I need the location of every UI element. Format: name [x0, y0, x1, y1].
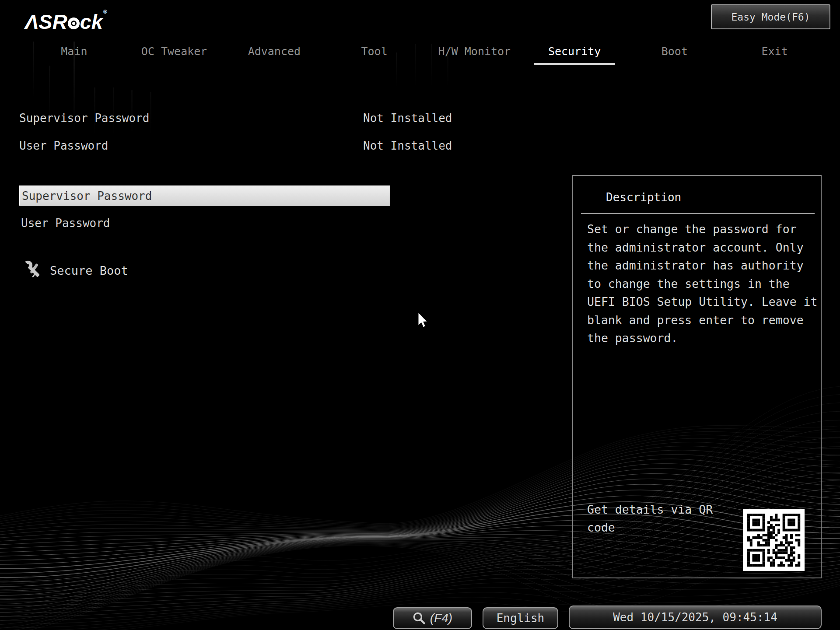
menu-item-secure-boot[interactable]: Secure Boot [24, 260, 128, 281]
menu-item-supervisor-password[interactable]: Supervisor Password [19, 186, 390, 206]
language-button[interactable]: English [483, 607, 558, 629]
tab-boot[interactable]: Boot [625, 43, 725, 62]
bios-screen: ΛSRck® Easy Mode(F6) Main OC Tweaker Adv… [0, 0, 840, 630]
search-button[interactable]: (F4) [393, 607, 472, 629]
tab-main[interactable]: Main [24, 43, 124, 62]
qr-caption: Get details via QR code [587, 500, 732, 536]
description-title: Description [606, 191, 681, 204]
tab-advanced[interactable]: Advanced [224, 43, 325, 62]
tab-hw-monitor[interactable]: H/W Monitor [424, 43, 525, 62]
easy-mode-button[interactable]: Easy Mode(F6) [711, 4, 830, 29]
tab-exit[interactable]: Exit [724, 43, 825, 62]
user-password-value: Not Installed [363, 139, 452, 152]
tab-oc-tweaker[interactable]: OC Tweaker [124, 43, 224, 62]
search-icon [413, 612, 426, 625]
description-divider [581, 213, 815, 214]
tab-security[interactable]: Security [525, 43, 625, 62]
user-password-status-row: User Password Not Installed [0, 139, 569, 154]
user-password-label: User Password [19, 139, 108, 152]
search-hotkey-label: (F4) [430, 611, 452, 625]
supervisor-password-value: Not Installed [363, 112, 452, 125]
supervisor-password-label: Supervisor Password [19, 112, 149, 125]
tools-icon [24, 260, 44, 280]
tab-tool[interactable]: Tool [324, 43, 424, 62]
menu-item-user-password[interactable]: User Password [19, 214, 392, 233]
logo-text-prefix: ΛSR [25, 10, 67, 33]
logo-text-suffix: ck [80, 10, 103, 33]
registered-mark: ® [103, 9, 107, 15]
mouse-cursor [418, 312, 429, 329]
description-body: Set or change the password for the admin… [587, 220, 821, 347]
datetime-display: Wed 10/15/2025, 09:45:14 [569, 606, 822, 629]
secure-boot-label: Secure Boot [50, 264, 128, 277]
description-panel: Description Set or change the password f… [572, 175, 822, 578]
asrock-logo: ΛSRck® [25, 10, 107, 34]
qr-code [743, 509, 805, 571]
supervisor-password-status-row: Supervisor Password Not Installed [0, 112, 569, 126]
logo-bullseye-o [68, 18, 80, 29]
main-menu-tabs: Main OC Tweaker Advanced Tool H/W Monito… [24, 43, 825, 62]
